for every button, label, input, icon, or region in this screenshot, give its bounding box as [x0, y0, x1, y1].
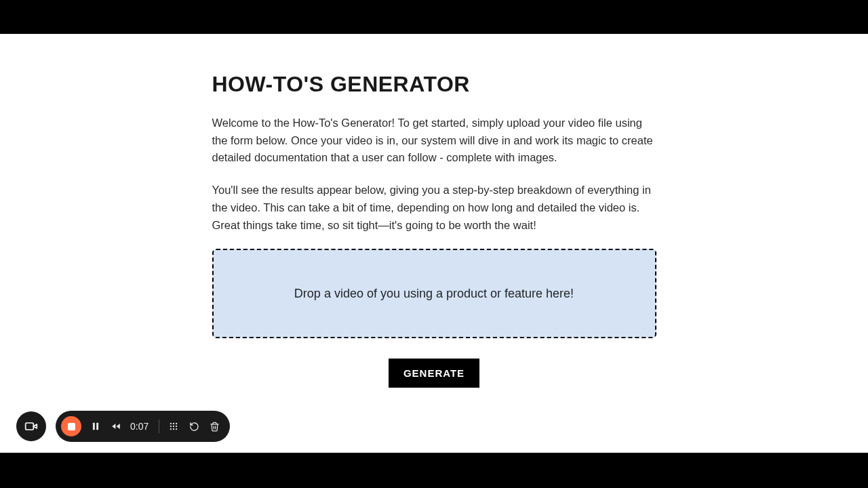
camera-toggle-button[interactable] [16, 411, 46, 441]
stop-record-button[interactable] [61, 416, 81, 436]
generate-button-row: GENERATE [212, 359, 656, 388]
dropzone-label: Drop a video of you using a product or f… [294, 287, 574, 301]
stop-icon [68, 423, 75, 430]
delete-button[interactable] [208, 420, 220, 432]
pause-icon [91, 422, 100, 431]
svg-point-5 [176, 423, 177, 424]
recorder-elapsed-time: 0:07 [130, 421, 151, 432]
bottom-letterbox-bar [0, 453, 868, 488]
[interactable] [110, 420, 122, 432]
svg-rect-0 [26, 423, 34, 430]
top-letterbox-bar [0, 0, 868, 34]
video-dropzone[interactable]: Drop a video of you using a product or f… [212, 249, 656, 338]
svg-rect-1 [93, 423, 95, 430]
main-content: HOW-TO'S GENERATOR Welcome to the How-To… [212, 34, 656, 388]
generate-button[interactable]: GENERATE [389, 359, 479, 388]
trash-icon [210, 422, 220, 432]
svg-point-7 [173, 426, 174, 427]
svg-rect-2 [96, 423, 98, 430]
intro-paragraph-1: Welcome to the How-To's Generator! To ge… [212, 115, 656, 167]
intro-paragraph-2: You'll see the results appear below, giv… [212, 182, 656, 234]
video-camera-icon [24, 420, 38, 433]
restart-button[interactable] [188, 420, 200, 432]
svg-point-3 [170, 423, 172, 424]
recorder-separator [159, 420, 159, 433]
svg-point-6 [170, 426, 172, 427]
restart-icon [189, 422, 199, 432]
rewind-icon [111, 422, 121, 431]
svg-point-10 [173, 428, 174, 430]
svg-point-9 [170, 428, 172, 430]
grid-button[interactable] [167, 420, 180, 432]
svg-point-11 [176, 428, 177, 430]
page-title: HOW-TO'S GENERATOR [212, 72, 656, 97]
grid-dots-icon [169, 422, 178, 431]
screen-recorder-toolbar: 0:07 [16, 411, 230, 442]
pause-button[interactable] [90, 420, 102, 432]
recorder-pill: 0:07 [56, 411, 230, 442]
svg-point-4 [173, 423, 174, 424]
svg-point-8 [176, 426, 177, 427]
